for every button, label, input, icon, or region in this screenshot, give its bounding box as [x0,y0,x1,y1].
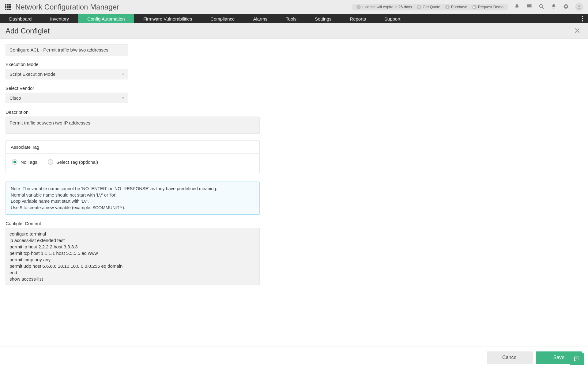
app-title: Network Configuration Manager [15,3,119,11]
no-tags-label: No Tags [21,159,37,165]
rocket-icon[interactable] [514,3,520,11]
select-vendor-select[interactable]: Cisco [6,93,128,103]
chevron-down-icon [118,69,128,79]
dollar-icon: $ [417,5,421,9]
configlet-content-label: Configlet Content [6,221,582,226]
note-prefix: Note : [11,186,23,191]
gear-icon[interactable] [563,3,569,11]
chevron-down-icon [118,93,128,103]
nav-item-config-automation[interactable]: Config Automation [78,14,134,23]
page-title-bar: Add Configlet ✕ [0,23,588,39]
main-nav: DashboardInventoryConfig AutomationFirmw… [0,14,588,23]
demo-icon: ▶ [472,5,477,9]
license-text: License will expire in 26 days [362,5,412,9]
select-vendor-value: Cisco [6,93,118,103]
request-demo-text: Request Demo [478,5,503,9]
nav-item-compliance[interactable]: Compliance [201,14,244,23]
bell-icon[interactable] [551,3,557,11]
get-quote-text: Get Quote [423,5,440,9]
presentation-icon[interactable] [526,3,532,11]
nav-item-alarms[interactable]: Alarms [244,14,277,23]
variable-note-box: Note :The variable name cannot be 'NO_EN… [6,182,260,215]
license-icon: ! [356,5,361,9]
execution-mode-select[interactable]: Script Execution Mode [6,69,128,79]
configlet-name-input[interactable]: Configure ACL - Permit traffic b/w two a… [6,44,128,56]
nav-item-reports[interactable]: Reports [341,14,375,23]
form-scroll-area[interactable]: Configure ACL - Permit traffic b/w two a… [0,39,588,347]
select-tag-label: Select Tag (optional) [56,159,98,165]
nav-item-tools[interactable]: Tools [277,14,306,23]
nav-item-dashboard[interactable]: Dashboard [0,14,41,23]
chat-fab[interactable] [570,353,584,365]
configlet-content-input[interactable]: configure terminal ip access-list extend… [6,228,260,285]
page-title: Add Configlet [6,27,572,35]
nav-item-settings[interactable]: Settings [306,14,341,23]
user-avatar[interactable] [575,3,583,11]
nav-item-support[interactable]: Support [375,14,410,23]
close-icon[interactable]: ✕ [572,26,582,36]
radio-unchecked-icon [48,159,53,165]
svg-point-4 [582,18,583,19]
purchase-text: Purchase [451,5,467,9]
nav-item-inventory[interactable]: Inventory [41,14,78,23]
search-icon[interactable] [538,3,545,11]
footer-bar: Cancel Save [0,347,588,368]
purchase-pill[interactable]: ¤ Purchase [443,5,470,9]
apps-grid-icon[interactable] [5,4,11,10]
execution-mode-value: Script Execution Mode [6,69,118,79]
svg-line-1 [542,7,544,9]
cart-icon: ¤ [445,5,450,9]
license-pill[interactable]: ! License will expire in 26 days [354,5,414,9]
description-label: Description [6,109,582,115]
select-tag-radio[interactable]: Select Tag (optional) [48,159,98,165]
execution-mode-label: Execution Mode [6,62,582,67]
svg-point-0 [539,4,542,7]
request-demo-pill[interactable]: ▶ Request Demo [470,5,506,9]
no-tags-radio[interactable]: No Tags [12,159,37,165]
description-input[interactable]: Permit traffic between two IP addresses. [6,117,260,134]
top-header: Network Configuration Manager ! License … [0,0,588,14]
associate-tag-header: Associate Tag [6,141,259,154]
get-quote-pill[interactable]: $ Get Quote [414,5,443,9]
select-vendor-label: Select Vendor [6,86,582,91]
associate-tag-panel: Associate Tag No Tags Select Tag (option… [6,140,260,173]
radio-checked-icon [12,159,17,165]
nav-more-icon[interactable] [577,14,588,23]
svg-point-2 [578,5,580,7]
header-pill-bar: ! License will expire in 26 days $ Get Q… [352,4,508,10]
nav-item-firmware-vulnerabilities[interactable]: Firmware Vulnerabilities [134,14,202,23]
note-body: The variable name cannot be 'NO_ENTER' o… [11,186,217,210]
cancel-button[interactable]: Cancel [487,351,533,364]
svg-point-3 [582,16,583,17]
svg-point-5 [582,20,583,21]
